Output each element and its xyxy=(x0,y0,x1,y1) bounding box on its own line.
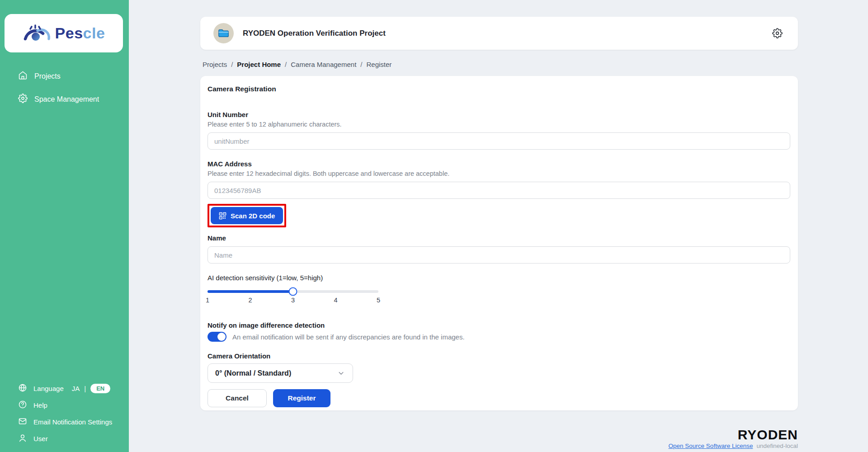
name-label: Name xyxy=(208,234,790,242)
main-content: RYODEN Operation Verification Project Pr… xyxy=(129,0,868,452)
tick-3: 3 xyxy=(291,297,295,304)
mac-address-input[interactable] xyxy=(208,182,790,199)
globe-icon xyxy=(18,383,27,394)
unit-number-label: Unit Number xyxy=(208,111,790,118)
project-title: RYODEN Operation Verification Project xyxy=(243,29,386,38)
gear-icon xyxy=(18,94,28,105)
breadcrumb-project-home[interactable]: Project Home xyxy=(237,61,281,68)
app-logo[interactable]: Pescle xyxy=(5,14,123,52)
form-title: Camera Registration xyxy=(208,85,790,93)
camera-orientation-label: Camera Orientation xyxy=(208,352,790,360)
language-row: Language JA | EN xyxy=(18,383,129,394)
help-link[interactable]: Help xyxy=(18,400,129,410)
sensitivity-slider: 1 2 3 4 5 xyxy=(208,290,378,305)
breadcrumb-register: Register xyxy=(366,61,392,68)
pescle-eye-logo-icon xyxy=(23,23,51,44)
email-notification-settings-link[interactable]: Email Notification Settings xyxy=(18,417,129,427)
notify-hint: An email notification will be sent if an… xyxy=(232,333,465,341)
slider-handle[interactable] xyxy=(289,287,297,296)
language-option-en[interactable]: EN xyxy=(90,384,110,393)
breadcrumb-camera-management[interactable]: Camera Management xyxy=(291,61,356,68)
home-icon xyxy=(18,71,28,82)
tick-4: 4 xyxy=(334,297,337,304)
chevron-down-icon xyxy=(338,370,344,377)
camera-orientation-value: 0° (Normal / Standard) xyxy=(215,369,291,377)
ryoden-brand-logo: RYODEN xyxy=(669,428,798,442)
email-settings-label: Email Notification Settings xyxy=(33,418,112,426)
slider-track[interactable] xyxy=(208,290,378,293)
tick-1: 1 xyxy=(206,297,209,304)
help-icon xyxy=(18,400,27,410)
sidebar: Pescle Projects Space Management Languag… xyxy=(0,0,129,452)
sidebar-item-label: Space Management xyxy=(34,95,99,104)
breadcrumb: Projects / Project Home / Camera Managem… xyxy=(203,61,798,68)
breadcrumb-separator: / xyxy=(285,61,287,68)
camera-registration-card: Camera Registration Unit Number Please e… xyxy=(200,76,798,410)
slider-fill xyxy=(208,290,293,293)
sidebar-item-space-management[interactable]: Space Management xyxy=(0,94,129,105)
notify-label: Notify on image difference detection xyxy=(208,321,790,329)
register-button[interactable]: Register xyxy=(273,389,330,407)
mail-icon xyxy=(18,417,27,427)
project-avatar xyxy=(213,23,234,43)
tick-2: 2 xyxy=(248,297,252,304)
user-label: User xyxy=(33,435,48,443)
app-logo-text: Pescle xyxy=(55,24,105,42)
qr-code-icon xyxy=(219,212,226,220)
notify-toggle[interactable] xyxy=(208,332,226,342)
camera-orientation-select[interactable]: 0° (Normal / Standard) xyxy=(208,363,353,383)
sensitivity-label: AI detection sensitivity (1=low, 5=high) xyxy=(208,274,790,282)
user-link[interactable]: User xyxy=(18,433,129,444)
user-icon xyxy=(18,433,27,444)
mac-address-label: MAC Address xyxy=(208,160,790,168)
mac-address-hint: Please enter 12 hexadecimal digits. Both… xyxy=(208,170,790,177)
page-footer: RYODEN Open Source Software Licenseundef… xyxy=(669,428,798,450)
unit-number-hint: Please enter 5 to 12 alphanumeric charac… xyxy=(208,121,790,128)
project-settings-gear-icon[interactable] xyxy=(772,28,783,38)
name-input[interactable] xyxy=(208,246,790,264)
scan-2d-code-button[interactable]: Scan 2D code xyxy=(211,207,283,224)
annotation-highlight-box: Scan 2D code xyxy=(208,204,286,227)
folder-icon xyxy=(217,27,230,39)
breadcrumb-projects[interactable]: Projects xyxy=(203,61,227,68)
tick-5: 5 xyxy=(377,297,380,304)
open-source-license-link[interactable]: Open Source Software License xyxy=(669,443,753,449)
cancel-button[interactable]: Cancel xyxy=(208,389,267,407)
sidebar-footer: Language JA | EN Help Email Notification… xyxy=(0,383,129,452)
breadcrumb-separator: / xyxy=(231,61,233,68)
slider-tick-labels: 1 2 3 4 5 xyxy=(208,297,378,305)
sidebar-nav: Projects Space Management xyxy=(0,71,129,105)
help-label: Help xyxy=(33,401,47,409)
sidebar-item-projects[interactable]: Projects xyxy=(0,71,129,82)
language-label: Language xyxy=(33,385,64,392)
toggle-knob xyxy=(217,333,226,341)
language-divider: | xyxy=(84,385,86,392)
project-header: RYODEN Operation Verification Project xyxy=(200,17,798,50)
breadcrumb-separator: / xyxy=(360,61,362,68)
sidebar-item-label: Projects xyxy=(34,72,61,80)
language-option-ja[interactable]: JA xyxy=(72,385,80,392)
unit-number-input[interactable] xyxy=(208,132,790,150)
build-version: undefined-local xyxy=(756,443,798,449)
